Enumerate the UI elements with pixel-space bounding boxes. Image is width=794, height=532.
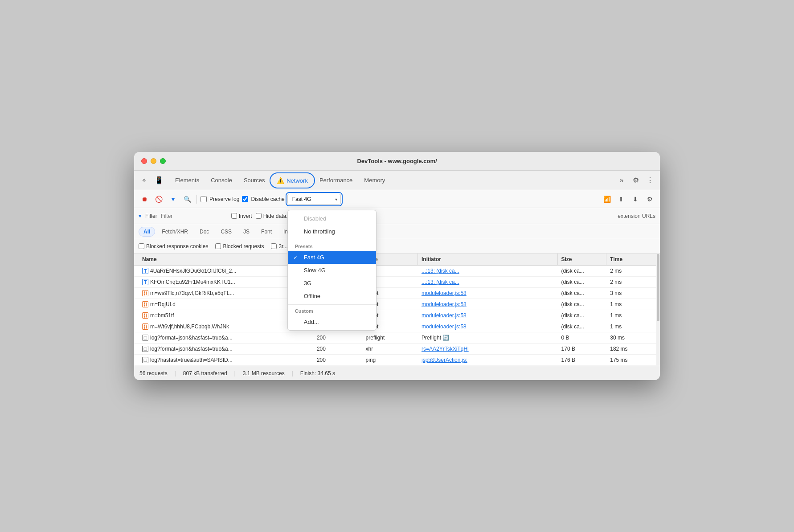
row-initiator[interactable]: moduleloader.js:58 xyxy=(418,321,558,332)
tab-memory[interactable]: Memory xyxy=(359,174,390,186)
third-party-label[interactable]: 3r... xyxy=(271,243,287,250)
import-icon[interactable]: ⬆ xyxy=(615,193,627,205)
row-initiator[interactable]: moduleloader.js:58 xyxy=(418,288,558,299)
table-row[interactable]: □ log?hasfast=true&auth=SAPISID... 200 p… xyxy=(134,355,660,366)
dropdown-item-disabled-label: Disabled xyxy=(304,215,327,222)
hide-data-checkbox-label[interactable]: Hide data... xyxy=(256,213,291,219)
table-row[interactable]: T 4UaRrENHsxJlGDuGo1OllJfC6l_2... 200 fo… xyxy=(134,266,660,277)
checkbox-bar: Blocked response cookies Blocked request… xyxy=(134,239,660,254)
blocked-cookies-text: Blocked response cookies xyxy=(146,243,208,250)
row-size: (disk ca... xyxy=(558,277,607,287)
ping-type-icon: □ xyxy=(142,357,148,363)
dropdown-section-presets: Presets xyxy=(288,242,376,251)
hide-data-checkbox[interactable] xyxy=(256,213,262,219)
table-row[interactable]: □ log?format=json&hasfast=true&a... 200 … xyxy=(134,332,660,344)
row-initiator[interactable]: rs=AA2YrTskXiTqHl xyxy=(418,344,558,354)
blocked-cookies-checkbox[interactable] xyxy=(139,243,144,249)
row-time: 30 ms xyxy=(606,332,655,343)
scrollbar-thumb[interactable] xyxy=(657,254,659,321)
preserve-log-text: Preserve log xyxy=(209,196,239,202)
type-btn-fetch-xhr[interactable]: Fetch/XHR xyxy=(157,227,193,237)
table-row[interactable]: T KFOmCnqEu92Fr1Mu4mxKKTU1... 200 font .… xyxy=(134,277,660,288)
preserve-log-label[interactable]: Preserve log xyxy=(201,196,239,202)
status-divider-1: | xyxy=(175,370,176,376)
dropdown-item-fast4g[interactable]: ✓ Fast 4G xyxy=(288,251,376,264)
row-time: 1 ms xyxy=(606,299,655,310)
tab-network-label: Network xyxy=(286,177,308,184)
table-row[interactable]: ⟨⟩ m=RqjULd 200 script moduleloader.js:5… xyxy=(134,299,660,310)
close-button[interactable] xyxy=(141,158,147,164)
row-status: 200 xyxy=(313,332,362,343)
row-initiator[interactable]: ...:13: (disk ca... xyxy=(418,266,558,276)
throttle-select[interactable]: Fast 4G No throttling Slow 4G 3G Offline xyxy=(287,194,341,205)
tab-network[interactable]: ⚠️ Network xyxy=(271,174,313,187)
row-initiator[interactable]: moduleloader.js:58 xyxy=(418,299,558,310)
blocked-requests-label[interactable]: Blocked requests xyxy=(215,243,264,250)
dropdown-item-slow4g[interactable]: Slow 4G xyxy=(288,264,376,277)
disable-cache-checkbox[interactable] xyxy=(242,196,248,202)
dropdown-separator-2 xyxy=(288,304,376,305)
table-row[interactable]: ⟨⟩ m=ws9Tlc,n73qwf,GkRiKb,e5qFL... 200 s… xyxy=(134,288,660,299)
blocked-requests-checkbox[interactable] xyxy=(215,243,221,249)
maximize-button[interactable] xyxy=(160,158,166,164)
row-size: (disk ca... xyxy=(558,299,607,310)
dropdown-item-add[interactable]: Add... xyxy=(288,315,376,328)
row-initiator[interactable]: moduleloader.js:58 xyxy=(418,310,558,321)
filter-icon[interactable]: ▾ xyxy=(167,193,179,205)
filter-input[interactable] xyxy=(161,213,228,219)
preserve-log-checkbox[interactable] xyxy=(201,196,207,202)
finish-time: Finish: 34.65 s xyxy=(300,370,335,376)
row-initiator[interactable]: jspb$UserAction.js: xyxy=(418,355,558,365)
status-divider-3: | xyxy=(292,370,293,376)
dropdown-item-3g[interactable]: 3G xyxy=(288,277,376,290)
tab-console[interactable]: Console xyxy=(205,174,237,186)
font-type-icon: T xyxy=(142,268,148,274)
third-party-checkbox[interactable] xyxy=(271,243,277,249)
type-btn-css[interactable]: CSS xyxy=(216,227,237,237)
search-button[interactable]: 🔍 xyxy=(181,193,193,205)
table-row[interactable]: ⟨⟩ m=bm51tf 200 script moduleloader.js:5… xyxy=(134,310,660,321)
type-btn-doc[interactable]: Doc xyxy=(195,227,214,237)
row-name: □ log?hasfast=true&auth=SAPISID... xyxy=(139,355,313,365)
scrollbar[interactable] xyxy=(656,254,660,366)
type-btn-font[interactable]: Font xyxy=(256,227,277,237)
script-type-icon: ⟨⟩ xyxy=(142,312,148,319)
more-tabs-icon[interactable]: » xyxy=(615,174,628,187)
invert-checkbox[interactable] xyxy=(231,213,237,219)
dropdown-item-offline[interactable]: Offline xyxy=(288,290,376,303)
network-settings-icon[interactable]: ⚙ xyxy=(644,193,655,205)
network-conditions-icon[interactable]: 📶 xyxy=(601,193,613,205)
minimize-button[interactable] xyxy=(151,158,156,164)
tab-right-icons: » ⚙ ⋮ xyxy=(615,174,656,187)
record-button[interactable]: ⏺ xyxy=(139,193,150,205)
type-btn-all[interactable]: All xyxy=(139,227,155,237)
clear-button[interactable]: 🚫 xyxy=(153,193,164,205)
extension-label: extension URLs xyxy=(618,213,655,219)
dropdown-item-offline-label: Offline xyxy=(304,293,320,299)
dropdown-item-no-throttling[interactable]: No throttling xyxy=(288,225,376,238)
dropdown-item-slow4g-label: Slow 4G xyxy=(304,267,326,274)
type-btn-js[interactable]: JS xyxy=(238,227,254,237)
toolbar-divider-1 xyxy=(196,195,197,204)
tab-elements[interactable]: Elements xyxy=(170,174,205,186)
table-row[interactable]: ⟨⟩ m=Wt6vjf,hhhU8,FCpbqb,WhJNk 200 scrip… xyxy=(134,321,660,332)
col-time: Time xyxy=(606,254,655,265)
row-size: 170 B xyxy=(558,344,607,354)
inspect-icon[interactable]: ⌖ xyxy=(138,174,150,187)
device-toggle-icon[interactable]: 📱 xyxy=(153,174,165,187)
export-icon[interactable]: ⬇ xyxy=(630,193,641,205)
settings-icon[interactable]: ⚙ xyxy=(630,174,642,187)
table-row[interactable]: □ log?format=json&hasfast=true&a... 200 … xyxy=(134,344,660,355)
row-time: 1 ms xyxy=(606,310,655,321)
tab-performance[interactable]: Performance xyxy=(314,174,358,186)
font-type-icon: T xyxy=(142,279,148,285)
more-options-icon[interactable]: ⋮ xyxy=(644,174,656,187)
throttle-dropdown-menu: Disabled No throttling Presets ✓ Fast 4G… xyxy=(287,210,377,331)
row-initiator[interactable]: ...:13: (disk ca... xyxy=(418,277,558,287)
disable-cache-label[interactable]: Disable cache xyxy=(242,196,284,202)
network-table: Name Status Type Initiator Size Time T 4… xyxy=(134,254,660,366)
tab-sources[interactable]: Sources xyxy=(238,174,270,186)
hide-data-label: Hide data... xyxy=(263,213,291,219)
blocked-cookies-label[interactable]: Blocked response cookies xyxy=(139,243,208,250)
invert-checkbox-label[interactable]: Invert xyxy=(231,213,252,219)
